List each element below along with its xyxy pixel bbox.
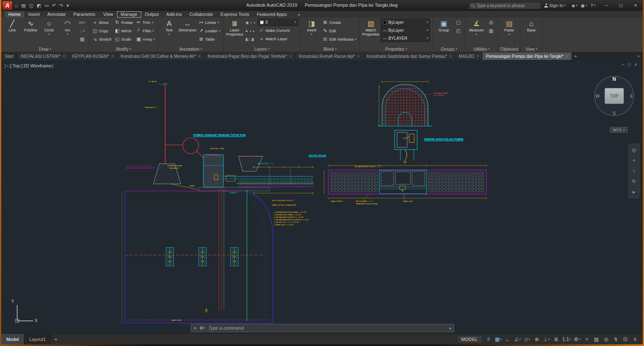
ucs-icon[interactable] bbox=[16, 305, 33, 323]
combo-lineweight[interactable]: —ByLayer▾ bbox=[381, 26, 430, 34]
button-quickcalc[interactable]: ▥ bbox=[486, 27, 496, 35]
button-rect[interactable]: ▭▾ bbox=[78, 18, 87, 26]
file-tab-instalasi-listrik[interactable]: INSTALASI LISTRIK*× bbox=[17, 52, 69, 60]
button-leader[interactable]: ↗Leader▾ bbox=[197, 27, 221, 35]
app-store-icon[interactable]: ◈▾ bbox=[570, 3, 579, 8]
file-tab-masjid[interactable]: MASJID× bbox=[455, 52, 483, 60]
layer-state-icon[interactable]: ◧ bbox=[245, 37, 249, 41]
orbit-icon[interactable]: ↻ bbox=[632, 178, 636, 184]
layer-state-icon[interactable]: ◨ bbox=[250, 37, 254, 41]
button-circle[interactable]: ○Circle▾ bbox=[40, 18, 58, 36]
file-tab-konstruksi-grill-oil-cather-menara-air[interactable]: Konstruksi Grill Oil Cather & Menara Air… bbox=[117, 52, 205, 60]
button-edit-attributes[interactable]: ⊟Edit Attributes▾ bbox=[322, 35, 357, 43]
button-paste[interactable]: ▤Paste▾ bbox=[500, 18, 518, 36]
command-history-expand-icon[interactable]: ▴ bbox=[449, 326, 451, 330]
zoom-icon[interactable]: ○ bbox=[632, 168, 635, 174]
button-dimension[interactable]: ↔Dimension bbox=[179, 18, 196, 36]
button-group[interactable]: ▣Group bbox=[435, 18, 452, 33]
sign-in-button[interactable]: Sign In ▾ bbox=[543, 3, 567, 8]
viewport-control-2d-wireframe[interactable]: 2D Wireframe bbox=[23, 63, 52, 68]
object-snap-tracking-toggle[interactable]: ⊕ bbox=[532, 335, 541, 343]
layer-state-icon[interactable]: ● bbox=[245, 29, 247, 33]
close-icon[interactable]: × bbox=[112, 54, 114, 58]
button-make-current[interactable]: ✓Make Current bbox=[258, 26, 298, 34]
button-rotate[interactable]: ↻Rotate bbox=[114, 18, 134, 26]
view-cube-top-face[interactable]: TOP bbox=[605, 88, 624, 104]
panel-label-modify[interactable]: Modify▾ bbox=[91, 46, 156, 52]
ribbon-tab-parametric[interactable]: Parametric bbox=[70, 11, 99, 18]
ribbon-tab-home[interactable]: Home bbox=[5, 11, 24, 18]
file-tab-pemasangan-pompa-dan-pipa-ke-tangki[interactable]: Pemasangan Pompa dan Pipa ke Tangki*× bbox=[483, 52, 572, 60]
qat-plot-icon[interactable]: ▭ bbox=[43, 1, 50, 10]
model-paper-space-toggle[interactable]: MODEL bbox=[457, 335, 482, 343]
button-polyline[interactable]: ∿Polyline bbox=[22, 18, 39, 36]
maximize-button[interactable]: □ bbox=[615, 1, 627, 10]
button-base[interactable]: ⌂Base bbox=[522, 18, 540, 33]
button-measure[interactable]: ∡Measure▾ bbox=[467, 18, 485, 36]
showmotion-icon[interactable]: ▸ bbox=[633, 189, 635, 195]
customization-toggle[interactable]: ≡ bbox=[631, 335, 639, 343]
ribbon-tab-add-ins[interactable]: Add-ins bbox=[163, 11, 186, 18]
ribbon-tab-express-tools[interactable]: Express Tools bbox=[217, 11, 253, 18]
qat-undo-icon[interactable]: ↶ bbox=[50, 1, 57, 10]
file-tab-konstruksi-rumah-racun-api[interactable]: Konstruksi Rumah Racun Api*× bbox=[296, 52, 364, 60]
ribbon-tab-annotate[interactable]: Annotate bbox=[44, 11, 70, 18]
ribbon-tab-insert[interactable]: Insert bbox=[24, 11, 44, 18]
panel-label-properties[interactable]: Properties▾ bbox=[361, 46, 431, 52]
button-text[interactable]: AText▾ bbox=[160, 18, 178, 36]
panel-label-utilities[interactable]: Utilities▾ bbox=[467, 46, 496, 52]
compass-east[interactable]: E bbox=[630, 93, 633, 98]
close-icon[interactable]: × bbox=[289, 54, 291, 58]
button-linear[interactable]: ↦Linear▾ bbox=[197, 18, 221, 26]
command-customize-icon[interactable]: ⚙▾ bbox=[199, 325, 205, 331]
pan-icon[interactable]: + bbox=[632, 158, 635, 163]
new-layout-button[interactable]: + bbox=[51, 334, 60, 344]
quick-properties-toggle[interactable]: ▤ bbox=[592, 335, 601, 343]
button-table[interactable]: ⊞Table bbox=[197, 35, 221, 43]
button-fillet[interactable]: ╯Fillet▾ bbox=[135, 27, 156, 35]
viewport-control-[interactable]: − bbox=[6, 63, 9, 68]
button-line[interactable]: ╱Line bbox=[3, 18, 21, 36]
close-icon[interactable]: × bbox=[566, 54, 568, 58]
panel-label-layers[interactable]: Layers▾ bbox=[225, 46, 299, 52]
button-scale[interactable]: ◱Scale bbox=[114, 35, 134, 43]
combo-linetype[interactable]: —BYLAYER▾ bbox=[381, 34, 430, 42]
viewport-control-top[interactable]: Top bbox=[12, 63, 21, 68]
object-snap-toggle[interactable]: ⊥▾ bbox=[542, 335, 551, 343]
compass-west[interactable]: W bbox=[595, 93, 600, 98]
app-logo-icon[interactable]: A bbox=[3, 1, 12, 10]
command-line[interactable]: × ⚙▾ Type a command ▴ bbox=[191, 324, 454, 332]
wcs-dropdown[interactable]: WCS ▾ bbox=[610, 127, 628, 133]
button-create[interactable]: ⊞Create bbox=[322, 18, 357, 26]
qat-redo-icon[interactable]: ↷ bbox=[58, 1, 65, 10]
help-icon[interactable]: ?▾ bbox=[589, 3, 597, 8]
button-match-properties[interactable]: ▧Match Properties bbox=[362, 18, 379, 36]
drawing-viewport[interactable]: PV VALVEPIPA GAS Ø 2½"POMPA LENGKAP DENG… bbox=[1, 60, 643, 333]
annotation-scale-toggle[interactable]: 1:1▾ bbox=[561, 335, 572, 343]
button-ungroup[interactable]: ▢ bbox=[454, 18, 463, 26]
steering-wheel-icon[interactable]: ◎ bbox=[632, 147, 636, 153]
file-tab-konstruksi-septicktank-dan-sumur-pantau[interactable]: Konstruksi Septicktank dan Sumur Pantau*… bbox=[364, 52, 455, 60]
button-mirror[interactable]: ◧Mirror bbox=[114, 27, 134, 35]
panel-label-draw[interactable]: Draw▾ bbox=[3, 46, 88, 52]
isometric-drafting-toggle[interactable]: ◇▾ bbox=[523, 335, 532, 343]
close-icon[interactable]: × bbox=[477, 54, 479, 58]
button-hatch[interactable]: ▨ bbox=[78, 35, 87, 43]
layer-state-icon[interactable]: ◉ bbox=[245, 21, 249, 25]
button-array[interactable]: ▦Array▾ bbox=[135, 35, 156, 43]
layer-state-icon[interactable]: ○ bbox=[250, 21, 252, 25]
new-drawing-tab-button[interactable]: + bbox=[572, 52, 579, 60]
panel-label-groups[interactable]: Groups▾ bbox=[434, 46, 464, 52]
ribbon-tab-featured-apps[interactable]: Featured Apps bbox=[253, 11, 291, 18]
view-cube[interactable]: N S W E TOP bbox=[594, 76, 634, 116]
button-arc[interactable]: ◠Arc▾ bbox=[59, 18, 76, 36]
qat-open-icon[interactable]: ▤ bbox=[20, 1, 27, 10]
button-layer-properties[interactable]: ≣Layer Properties bbox=[226, 18, 243, 36]
button-edit[interactable]: ✎Edit bbox=[322, 27, 357, 35]
doc-restore-button[interactable]: □ bbox=[628, 62, 631, 67]
doc-minimize-button[interactable]: − bbox=[622, 62, 624, 67]
button-match-layer[interactable]: ≈Match Layer bbox=[258, 35, 298, 43]
polar-tracking-toggle[interactable]: ∠▾ bbox=[513, 335, 522, 343]
qat-new-icon[interactable]: □ bbox=[13, 1, 20, 10]
search-input[interactable]: Type a keyword or phrase bbox=[469, 2, 541, 9]
